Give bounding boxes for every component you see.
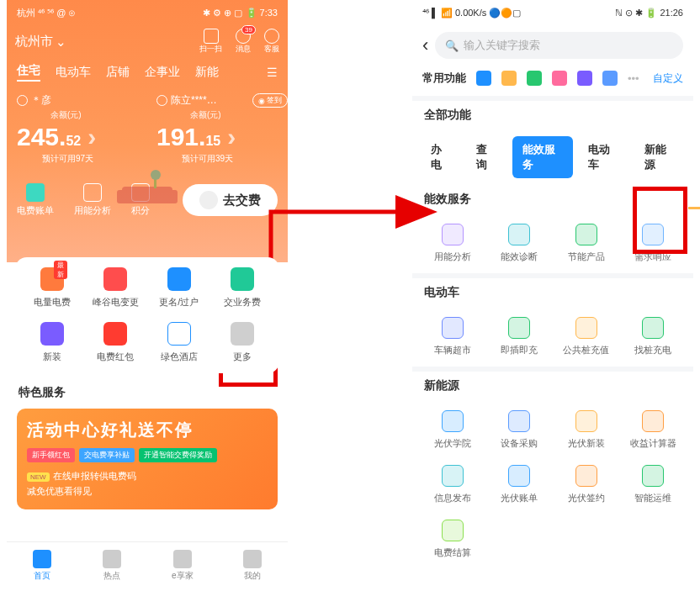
svc-节能产品[interactable]: 节能产品 [553,224,620,263]
promo-banner[interactable]: 活动中心好礼送不停 新手领红包 交电费享补贴 开通智能交费得奖励 NEW 在线申… [17,409,278,509]
bill-icon [26,183,45,202]
svc-icon [442,465,464,487]
tab-bandian[interactable]: 办电 [421,136,461,178]
grid-item-more[interactable]: 更多 [211,322,275,363]
messages-button[interactable]: 39消息 [236,29,251,55]
nav-ehome[interactable]: e享家 [147,542,218,588]
svc-智能运维[interactable]: 智能运维 [620,465,687,504]
nav-hot[interactable]: 热点 [77,542,148,588]
pay-button[interactable]: 去交费 [183,184,278,216]
fav-icon[interactable] [501,71,517,86]
svc-icon [575,224,597,245]
svc-用能分析[interactable]: 用能分析 [419,224,486,263]
svg-point-4 [151,170,161,180]
svc-icon [642,317,664,339]
svc-电费结算[interactable]: 电费结算 [419,520,486,559]
svc-收益计算器[interactable]: 收益计算器 [620,410,687,450]
svc-icon [442,224,464,245]
svc-信息发布[interactable]: 信息发布 [419,465,486,504]
coin-icon: ◉ [258,97,265,105]
grid-icon [231,322,254,346]
person-icon [243,550,262,568]
svc-公共桩充值[interactable]: 公共桩充值 [553,317,620,356]
home-icon [33,550,51,568]
nav-home[interactable]: 首页 [7,542,77,588]
tab-newenergy[interactable]: 新能 [195,65,219,80]
chevron-right-icon: › [227,123,236,151]
phone-more: ⁴⁶ ▌ 📶 0.00K/s 🔵🟠▢ ℕ ⊙ ✱ 🔋 21:26 ‹ 🔍输入关键… [412,0,693,588]
highlight-target [633,187,687,254]
hero-area: 杭州 ⁴⁶ ⁵⁶ @ ⊙ ✱ ⚙ ⊕ ▢ 🔋 7:33 杭州市 ⌄ 扫一扫 39… [7,0,288,262]
city-name: 杭州市 [15,34,53,50]
svc-找桩充电[interactable]: 找桩充电 [620,317,687,356]
badge: 39 [241,25,256,34]
svc-光伏新装[interactable]: 光伏新装 [553,410,620,450]
tab-newenergy[interactable]: 新能源 [634,136,685,178]
headset-icon [264,29,279,44]
scan-button[interactable]: 扫一扫 [199,29,222,55]
status-left: ⁴⁶ ▌ 📶 0.00K/s 🔵🟠▢ [422,8,521,18]
bill-icon: 最新 [40,267,64,291]
section-title: 新能源 [412,372,693,400]
fav-icon[interactable] [527,71,542,86]
svc-能效诊断[interactable]: 能效诊断 [486,224,554,263]
customize-link[interactable]: 自定义 [653,71,683,86]
services-grid: 最新电量电费 峰谷电变更 更名/过户 交业务费 新装 电费红包 绿色酒店 更多 [15,257,279,373]
search-row: ‹ 🔍输入关键字搜索 [412,25,693,66]
nav-mine[interactable]: 我的 [218,542,289,588]
account-card-1[interactable]: ＊彦 余额(元) 245.52› 预计可用97天 [17,93,148,165]
grid-1: 车辆超市即插即充公共桩充值找桩充电 [412,307,693,367]
svc-光伏学院[interactable]: 光伏学院 [419,410,486,450]
grid-item-rename[interactable]: 更名/过户 [147,267,211,309]
menu-icon[interactable]: ☰ [267,66,278,79]
tab-ev[interactable]: 电动车 [578,136,628,178]
account-card-2[interactable]: ◉签到 陈立****… 余额(元) 191.15› 预计可用39天 [156,93,288,165]
bottom-nav: 首页 热点 e享家 我的 [7,541,288,588]
svc-光伏账单[interactable]: 光伏账单 [486,465,554,504]
signin-pill[interactable]: ◉签到 [252,93,288,108]
chevron-down-icon: ⌄ [56,34,66,50]
scan-icon [204,29,219,44]
city-picker[interactable]: 杭州市 ⌄ [15,34,66,50]
grid-item-peak[interactable]: 峰谷电变更 [84,267,148,309]
fav-icon[interactable] [577,71,592,86]
tab-enterprise[interactable]: 企事业 [145,65,180,80]
redpacket-icon [103,322,127,346]
svc-icon [442,520,464,541]
back-button[interactable]: ‹ [422,34,428,56]
svg-rect-1 [117,190,127,203]
grid-item-bill[interactable]: 最新电量电费 [20,267,84,309]
svc-即插即充[interactable]: 即插即充 [486,317,554,356]
grid-item-bizfee[interactable]: 交业务费 [211,267,275,309]
news-icon [103,550,121,568]
svc-设备采购[interactable]: 设备采购 [486,410,554,450]
grid-item-install[interactable]: 新装 [20,322,84,363]
svc-icon [642,410,664,432]
svc-icon [442,410,464,432]
svc-icon [575,465,597,487]
fav-icon[interactable] [602,71,618,86]
fav-icon[interactable] [476,71,491,86]
status-right: ✱ ⚙ ⊕ ▢ 🔋 7:33 [203,8,278,18]
status-right: ℕ ⊙ ✱ 🔋 21:26 [615,8,683,18]
tab-shop[interactable]: 店铺 [106,65,130,80]
tab-efficiency[interactable]: 能效服务 [512,136,574,178]
tab-query[interactable]: 查询 [466,136,506,178]
sofa-illustration [114,170,181,208]
fav-icon[interactable] [552,71,567,86]
grid-item-hotel[interactable]: 绿色酒店 [147,322,211,363]
robot-icon [199,191,218,209]
support-button[interactable]: 客服 [264,29,279,55]
usage-button[interactable]: 用能分析 [74,183,111,217]
banner-pills: 新手领红包 交电费享补贴 开通智能交费得奖励 [27,448,268,462]
grid-item-redpack[interactable]: 电费红包 [84,322,148,363]
svc-光伏签约[interactable]: 光伏签约 [553,465,620,504]
tab-home[interactable]: 住宅 [17,63,40,82]
tab-ev[interactable]: 电动车 [56,65,91,80]
svc-车辆超市[interactable]: 车辆超市 [419,317,486,356]
svc-icon [575,410,597,432]
account-cards: ＊彦 余额(元) 245.52› 预计可用97天 ◉签到 陈立****… 余额(… [7,87,288,171]
search-input[interactable]: 🔍输入关键字搜索 [435,32,683,59]
install-icon [40,322,64,346]
bill-button[interactable]: 电费账单 [17,183,54,217]
